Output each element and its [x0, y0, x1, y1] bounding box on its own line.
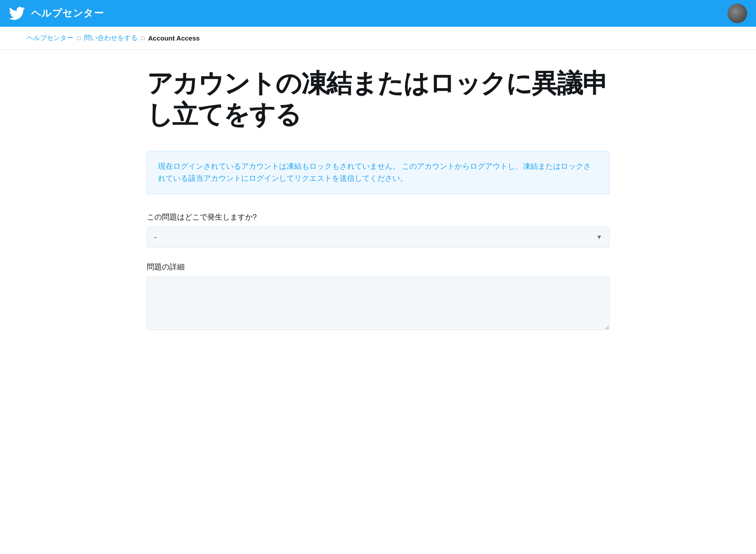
breadcrumb-sep-2: □ — [141, 35, 145, 41]
breadcrumb: ヘルプセンター □ 問い合わせをする □ Account Access — [0, 27, 756, 50]
header-title: ヘルプセンター — [31, 7, 104, 20]
avatar[interactable] — [728, 4, 747, 23]
form-where-select[interactable]: - — [147, 227, 610, 248]
breadcrumb-contact[interactable]: 問い合わせをする — [84, 34, 137, 42]
notice-box: 現在ログインされているアカウントは凍結もロックもされていません。 このアカウント… — [147, 151, 610, 194]
avatar-image — [728, 4, 747, 23]
form-detail-section: 問題の詳細 — [147, 262, 610, 332]
form-where-label: この問題はどこで発生しますか? — [147, 212, 610, 222]
main-content: アカウントの凍結またはロックに異議申し立てをする 現在ログインされているアカウン… — [120, 50, 636, 373]
twitter-logo-icon — [9, 5, 25, 21]
form-detail-textarea[interactable] — [147, 277, 610, 330]
breadcrumb-sep-1: □ — [77, 35, 81, 41]
breadcrumb-current: Account Access — [148, 34, 200, 42]
form-detail-label: 問題の詳細 — [147, 262, 610, 272]
form-select-wrapper: - ▼ — [147, 227, 610, 248]
notice-text: 現在ログインされているアカウントは凍結もロックもされていません。 このアカウント… — [158, 160, 598, 184]
header: ヘルプセンター — [0, 0, 756, 27]
page-title: アカウントの凍結またはロックに異議申し立てをする — [147, 68, 610, 130]
form-where-section: この問題はどこで発生しますか? - ▼ — [147, 212, 610, 248]
breadcrumb-help-center[interactable]: ヘルプセンター — [27, 34, 73, 42]
header-left: ヘルプセンター — [9, 5, 104, 21]
